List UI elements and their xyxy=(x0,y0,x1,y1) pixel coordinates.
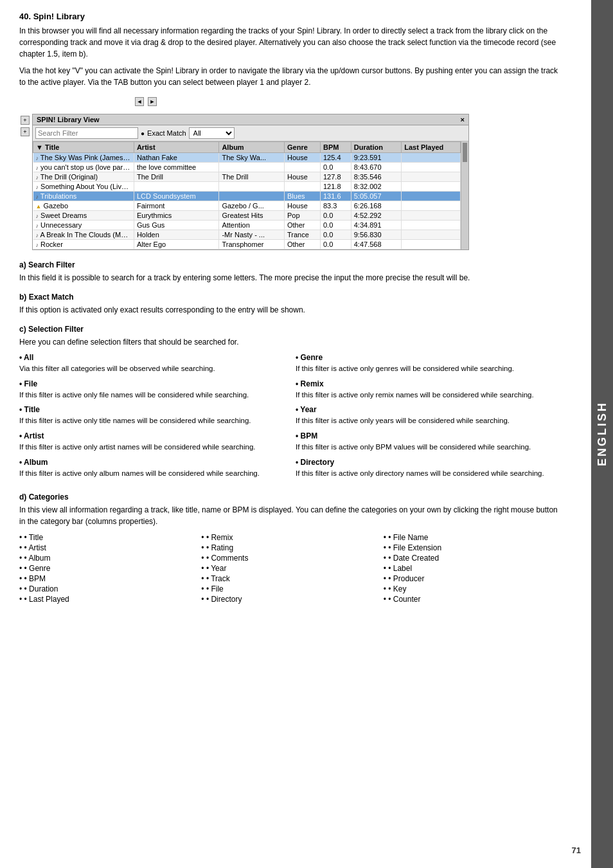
col-title[interactable]: ▼ Title xyxy=(33,142,134,153)
selection-filter-title: c) Selection Filter xyxy=(19,325,559,334)
category-item: • Date Created xyxy=(384,553,559,563)
library-panel: SPIN! Library View × ● Exact Match All F… xyxy=(32,114,469,250)
table-row[interactable]: ♪ A Break In The Clouds (Main Mi... Hold… xyxy=(33,230,461,240)
table-row-last-played xyxy=(402,163,461,172)
categories-grid: • Title• Artist• Album• Genre• BPM• Dura… xyxy=(19,532,559,604)
table-row-bpm: 121.8 xyxy=(320,182,351,192)
category-item: • Title xyxy=(19,532,195,543)
table-row-album: -Mr Nasty - ... xyxy=(219,230,285,240)
table-row[interactable]: ♪ The Drill (Original) The Drill The Dri… xyxy=(33,172,461,182)
table-row[interactable]: ♪ Unnecessary Gus Gus Attention Other 0.… xyxy=(33,221,461,230)
table-row-duration: 8:43.670 xyxy=(351,163,401,172)
col-duration[interactable]: Duration xyxy=(351,142,401,153)
table-row-duration: 4:47.568 xyxy=(351,240,401,249)
filter-item-right: • YearIf this filter is active only year… xyxy=(296,405,559,426)
table-row-last-played xyxy=(402,230,461,240)
table-row-album: Gazebo / G... xyxy=(219,201,285,211)
category-item: • Genre xyxy=(19,563,195,574)
library-title-text: SPIN! Library View xyxy=(37,116,100,123)
table-row[interactable]: ♪ The Sky Was Pink (James Ho... Nathan F… xyxy=(33,153,461,163)
nav-button-left[interactable]: ◄ xyxy=(135,97,144,106)
exact-match-label: Exact Match xyxy=(147,129,186,137)
english-sidebar: ENGLISH xyxy=(591,0,613,868)
expand-button-top[interactable]: + xyxy=(21,116,30,125)
exact-match-body: If this option is activated only exact r… xyxy=(19,304,559,316)
table-row[interactable]: ♪ Sweet Dreams Eurythmics Greatest Hits … xyxy=(33,211,461,221)
table-row-duration: 4:34.891 xyxy=(351,221,401,230)
table-row[interactable]: ♪ Tribulations LCD Soundsystem Blues 131… xyxy=(33,192,461,201)
table-row-title[interactable]: ▲ Gazebo xyxy=(33,201,134,211)
filter-item-right: • DirectoryIf this filter is active only… xyxy=(296,458,559,479)
category-item: • Producer xyxy=(384,574,559,584)
category-item: • Key xyxy=(384,584,559,594)
table-row-duration: 8:35.546 xyxy=(351,172,401,182)
filter-dropdown[interactable]: All File Title Artist Album Genre Remix … xyxy=(189,127,235,139)
table-row-title[interactable]: ♪ you can't stop us (love parade ... xyxy=(33,163,134,172)
filter-item-right: • BPMIf this filter is active only BPM v… xyxy=(296,431,559,453)
table-row-bpm: 0.0 xyxy=(320,163,351,172)
category-item: • Comments xyxy=(201,553,377,563)
table-row-title[interactable]: ♪ The Sky Was Pink (James Ho... xyxy=(33,153,134,163)
table-row-bpm: 131.6 xyxy=(320,192,351,201)
table-row-title[interactable]: ♪ The Drill (Original) xyxy=(33,172,134,182)
categories-title: d) Categories xyxy=(19,493,559,502)
table-row-genre xyxy=(284,182,320,192)
category-item: • Track xyxy=(201,574,377,584)
category-col-1: • Title• Artist• Album• Genre• BPM• Dura… xyxy=(19,532,195,604)
table-row-bpm: 0.0 xyxy=(320,240,351,249)
col-genre[interactable]: Genre xyxy=(284,142,320,153)
table-row-title[interactable]: ♪ Unnecessary xyxy=(33,221,134,230)
table-row-title[interactable]: ♪ A Break In The Clouds (Main Mi... xyxy=(33,230,134,240)
table-row-genre xyxy=(284,163,320,172)
table-row-duration: 5:05.057 xyxy=(351,192,401,201)
category-item: • Duration xyxy=(19,584,195,594)
table-row-duration: 6:26.168 xyxy=(351,201,401,211)
table-row-duration: 4:52.292 xyxy=(351,211,401,221)
table-row-genre: Other xyxy=(284,240,320,249)
table-row-album: Transphomer xyxy=(219,240,285,249)
library-table: ▼ Title Artist Album Genre BPM Duration … xyxy=(33,141,461,249)
english-label: ENGLISH xyxy=(596,401,609,466)
table-row-genre: House xyxy=(284,153,320,163)
table-row-title[interactable]: ♪ Tribulations xyxy=(33,192,134,201)
category-item: • File Name xyxy=(384,532,559,543)
table-row-title[interactable]: ♪ Rocker xyxy=(33,240,134,249)
category-item: • Album xyxy=(19,553,195,563)
table-row-last-played xyxy=(402,172,461,182)
library-toolbar: ● Exact Match All File Title Artist Albu… xyxy=(33,125,468,141)
table-row-artist xyxy=(134,182,219,192)
filter-list: • AllVia this filter all categories will… xyxy=(19,353,559,484)
table-row-title[interactable]: ♪ Something About You (Live El ... xyxy=(33,182,134,192)
category-item: • Remix xyxy=(201,532,377,543)
table-row-artist: Gus Gus xyxy=(134,221,219,230)
table-row-last-played xyxy=(402,221,461,230)
expand-button-bottom[interactable]: + xyxy=(21,127,30,136)
col-last-played[interactable]: Last Played xyxy=(402,142,461,153)
category-item: • Directory xyxy=(201,594,377,604)
search-input[interactable] xyxy=(35,127,138,139)
table-row[interactable]: ♪ you can't stop us (love parade ... the… xyxy=(33,163,461,172)
table-row-album xyxy=(219,182,285,192)
table-row[interactable]: ♪ Something About You (Live El ... 121.8… xyxy=(33,182,461,192)
table-row[interactable]: ▲ Gazebo Fairmont Gazebo / G... House 83… xyxy=(33,201,461,211)
intro-paragraph-1: In this browser you will find all necess… xyxy=(19,25,559,60)
table-row-genre: Blues xyxy=(284,192,320,201)
intro-paragraph-2: Via the hot key "V" you can activate the… xyxy=(19,65,559,88)
table-row-album: The Sky Wa... xyxy=(219,153,285,163)
library-title-bar: SPIN! Library View × xyxy=(33,114,468,125)
table-row-bpm: 83.3 xyxy=(320,201,351,211)
table-row-title[interactable]: ♪ Sweet Dreams xyxy=(33,211,134,221)
table-row-genre: Trance xyxy=(284,230,320,240)
table-row-bpm: 0.0 xyxy=(320,211,351,221)
table-row[interactable]: ♪ Rocker Alter Ego Transphomer Other 0.0… xyxy=(33,240,461,249)
exact-match-icon: ● xyxy=(141,130,145,137)
nav-button-right[interactable]: ► xyxy=(148,97,157,106)
category-item: • Counter xyxy=(384,594,559,604)
col-album[interactable]: Album xyxy=(219,142,285,153)
close-button[interactable]: × xyxy=(461,116,465,123)
scrollbar[interactable] xyxy=(461,141,468,249)
category-item: • Artist xyxy=(19,543,195,553)
table-row-artist: Alter Ego xyxy=(134,240,219,249)
col-artist[interactable]: Artist xyxy=(134,142,219,153)
col-bpm[interactable]: BPM xyxy=(320,142,351,153)
